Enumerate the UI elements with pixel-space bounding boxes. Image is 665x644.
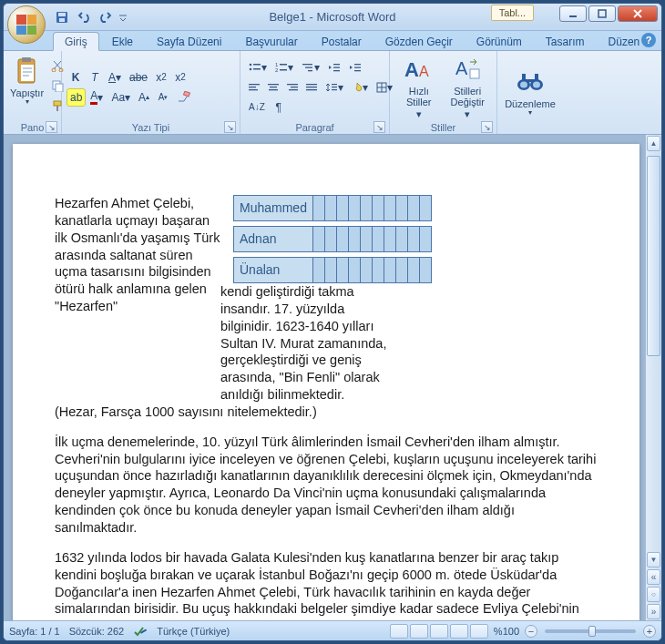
- dialog-launcher-icon[interactable]: ↘: [373, 121, 385, 133]
- italic-button[interactable]: T: [86, 68, 104, 87]
- quick-styles-button[interactable]: AA Hızlı Stiller▾: [396, 53, 442, 120]
- svg-text:A: A: [455, 58, 468, 78]
- table-cell-name[interactable]: Muhammed: [234, 196, 313, 221]
- paste-button[interactable]: Yapıştır ▾: [6, 55, 47, 108]
- svg-rect-4: [598, 10, 606, 17]
- line-spacing-button[interactable]: ▾: [322, 78, 347, 97]
- view-print-layout-icon[interactable]: [390, 624, 408, 639]
- shrink-font-button[interactable]: A▾: [154, 88, 172, 107]
- indent-dec-button[interactable]: [324, 58, 344, 77]
- view-draft-icon[interactable]: [470, 624, 488, 639]
- change-case-button[interactable]: Aa▾: [107, 88, 134, 107]
- dialog-launcher-icon[interactable]: ↘: [481, 121, 493, 133]
- embedded-table[interactable]: Muhammed Adnan Ünalan: [233, 195, 432, 283]
- scroll-down-icon[interactable]: ▼: [647, 552, 660, 567]
- scroll-thumb[interactable]: [647, 156, 660, 356]
- help-icon[interactable]: ?: [641, 33, 656, 47]
- grow-font-button[interactable]: A▴: [135, 88, 153, 107]
- tab-view[interactable]: Görünüm: [466, 33, 533, 50]
- strike-button[interactable]: abe: [126, 68, 151, 87]
- qat-customize-icon[interactable]: [118, 8, 128, 26]
- redo-icon[interactable]: [97, 8, 115, 26]
- quick-access-toolbar: [53, 8, 128, 26]
- highlight-button[interactable]: ab: [66, 88, 86, 107]
- maximize-button[interactable]: [588, 5, 616, 22]
- group-label-clipboard: Pano ↘: [6, 121, 58, 134]
- next-page-icon[interactable]: »: [647, 604, 660, 619]
- svg-rect-18: [253, 68, 261, 70]
- superscript-button[interactable]: x2: [171, 68, 189, 87]
- subscript-button[interactable]: x2: [152, 68, 170, 87]
- svg-rect-43: [306, 89, 317, 90]
- tab-mailings[interactable]: Postalar: [311, 33, 373, 50]
- show-marks-button[interactable]: ¶: [270, 98, 288, 117]
- prev-page-icon[interactable]: «: [647, 569, 660, 585]
- dialog-launcher-icon[interactable]: ↘: [224, 121, 236, 133]
- svg-rect-34: [249, 89, 258, 90]
- zoom-thumb[interactable]: [588, 626, 596, 637]
- multilevel-button[interactable]: ▾: [298, 58, 323, 77]
- svg-rect-13: [56, 106, 58, 111]
- chevron-down-icon: ▾: [26, 98, 29, 107]
- bullets-button[interactable]: ▾: [245, 58, 271, 77]
- view-web-icon[interactable]: [430, 624, 448, 639]
- editing-button[interactable]: Düzenleme ▾: [501, 66, 559, 119]
- vertical-scrollbar[interactable]: ▲ ▼ « ○ »: [645, 135, 661, 620]
- browse-obj-icon[interactable]: ○: [647, 587, 660, 602]
- tab-references[interactable]: Başvurular: [234, 33, 308, 50]
- zoom-level[interactable]: %100: [494, 626, 519, 637]
- office-button[interactable]: [7, 5, 46, 44]
- tab-design[interactable]: Tasarım: [535, 33, 596, 50]
- tab-insert[interactable]: Ekle: [101, 33, 144, 50]
- tab-page-layout[interactable]: Sayfa Düzeni: [146, 33, 232, 50]
- undo-icon[interactable]: [75, 8, 93, 26]
- proofing-icon[interactable]: [133, 625, 148, 638]
- status-language[interactable]: Türkçe (Türkiye): [157, 626, 230, 637]
- view-full-screen-icon[interactable]: [410, 624, 428, 639]
- svg-text:A: A: [419, 64, 429, 79]
- ribbon-tabs: Giriş Ekle Sayfa Düzeni Başvurular Posta…: [4, 31, 661, 51]
- status-page[interactable]: Sayfa: 1 / 1: [9, 626, 60, 637]
- svg-rect-16: [253, 64, 261, 66]
- font-color-button[interactable]: A▾: [87, 88, 107, 107]
- underline-button[interactable]: A▾: [105, 68, 125, 87]
- save-icon[interactable]: [53, 8, 71, 26]
- align-right-button[interactable]: [283, 78, 302, 97]
- svg-rect-35: [268, 84, 279, 85]
- svg-rect-3: [569, 15, 577, 17]
- zoom-in-button[interactable]: +: [643, 625, 656, 638]
- view-outline-icon[interactable]: [450, 624, 468, 639]
- table-cell-name[interactable]: Adnan: [234, 227, 313, 252]
- status-words[interactable]: Sözcük: 262: [69, 626, 125, 637]
- numbering-button[interactable]: 12▾: [271, 58, 297, 77]
- contextual-tab-label[interactable]: Tabl...: [491, 5, 534, 21]
- tab-home[interactable]: Giriş: [53, 32, 99, 51]
- shading-button[interactable]: ▾: [348, 78, 372, 97]
- sort-button[interactable]: A↓Z: [245, 98, 269, 117]
- align-justify-button[interactable]: [302, 78, 321, 97]
- tab-review[interactable]: Gözden Geçir: [374, 33, 464, 50]
- document-scroll[interactable]: Hezarfen Ahmet Çelebi, kanatlarla uçmayı…: [4, 135, 645, 620]
- svg-rect-7: [21, 65, 34, 81]
- close-button[interactable]: [618, 5, 658, 22]
- clipboard-icon: [13, 56, 42, 86]
- dialog-launcher-icon[interactable]: ↘: [46, 121, 57, 133]
- document-page[interactable]: Hezarfen Ahmet Çelebi, kanatlarla uçmayı…: [13, 144, 639, 620]
- binoculars-icon: [516, 67, 545, 97]
- align-left-button[interactable]: [245, 78, 263, 97]
- svg-rect-46: [332, 89, 337, 90]
- scroll-up-icon[interactable]: ▲: [647, 136, 660, 151]
- table-cell-name[interactable]: Ünalan: [234, 258, 313, 283]
- scroll-track[interactable]: [646, 152, 661, 551]
- clear-format-button[interactable]: [173, 88, 195, 107]
- zoom-out-button[interactable]: −: [525, 625, 537, 638]
- titlebar: Belge1 - Microsoft Word Tabl...: [4, 4, 661, 31]
- svg-text:2: 2: [275, 67, 279, 73]
- indent-inc-button[interactable]: [345, 58, 365, 77]
- svg-rect-24: [305, 66, 312, 67]
- align-center-button[interactable]: [264, 78, 282, 97]
- bold-button[interactable]: K: [66, 68, 85, 87]
- minimize-button[interactable]: [559, 5, 587, 22]
- zoom-slider[interactable]: [545, 629, 636, 633]
- change-styles-button[interactable]: A Stilleri Değiştir▾: [445, 53, 491, 120]
